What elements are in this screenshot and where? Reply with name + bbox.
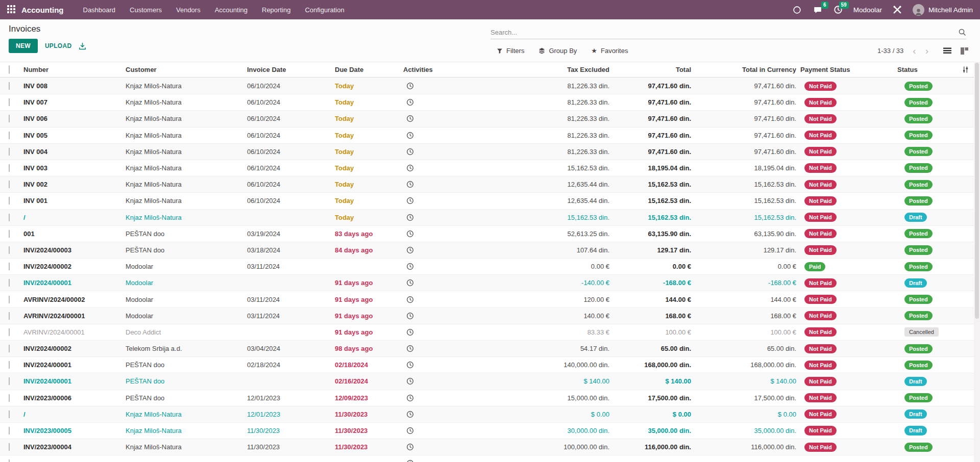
row-checkbox[interactable] [0, 296, 20, 303]
menu-customers[interactable]: Customers [124, 2, 168, 18]
favorites-button[interactable]: ★ Favorites [591, 47, 628, 55]
table-row[interactable]: INV 005Knjaz Miloš-Natura06/10/2024Today… [0, 127, 974, 144]
table-row[interactable]: INV/2024/00003PEŠTAN doo03/18/202484 day… [0, 242, 974, 259]
menu-reporting[interactable]: Reporting [256, 2, 297, 18]
row-checkbox[interactable] [0, 98, 20, 106]
table-row[interactable]: /Knjaz Miloš-Natura12/01/202311/30/2023$… [0, 406, 974, 423]
activity-button[interactable] [400, 214, 505, 221]
filters-button[interactable]: Filters [497, 47, 524, 55]
row-checkbox[interactable] [0, 394, 20, 402]
table-row[interactable]: AVRINV/2024/00001Modoolar03/11/202491 da… [0, 308, 974, 324]
row-checkbox[interactable] [0, 164, 20, 172]
row-checkbox[interactable] [0, 410, 20, 418]
column-header-due_date[interactable]: Due Date [332, 66, 400, 73]
table-row[interactable]: INV/2024/00001PEŠTAN doo02/16/2024$ 140.… [0, 373, 974, 390]
row-checkbox[interactable] [0, 328, 20, 336]
table-row[interactable]: INV/2024/00001Modoolar91 days ago-140.00… [0, 275, 974, 291]
group-by-button[interactable]: Group By [538, 47, 577, 55]
row-checkbox[interactable] [0, 181, 20, 188]
column-header-tax_excluded[interactable]: Tax Excluded [505, 66, 610, 73]
column-header-payment_status[interactable]: Payment Status [797, 66, 894, 73]
list-view-icon[interactable] [943, 47, 952, 55]
company-switcher[interactable]: Modoolar [853, 6, 882, 14]
activity-button[interactable] [400, 132, 505, 139]
row-checkbox[interactable] [0, 82, 20, 90]
search-input[interactable]: Search... [491, 29, 517, 36]
activity-button[interactable] [400, 443, 505, 451]
row-checkbox[interactable] [0, 377, 20, 385]
activity-button[interactable] [400, 377, 505, 385]
pager-next-icon[interactable]: › [923, 46, 930, 56]
activity-button[interactable] [400, 230, 505, 238]
table-row[interactable]: /Knjaz Miloš-NaturaToday15,162.53 din.15… [0, 210, 974, 226]
row-checkbox[interactable] [0, 263, 20, 270]
search-bar[interactable]: Search... [491, 25, 966, 39]
vertical-scrollbar[interactable] [974, 62, 980, 462]
activity-button[interactable] [400, 164, 505, 172]
activity-button[interactable] [400, 296, 505, 303]
activity-button[interactable] [400, 361, 505, 369]
tools-icon[interactable] [892, 5, 902, 15]
menu-dashboard[interactable]: Dashboard [77, 2, 122, 18]
column-header-invoice_date[interactable]: Invoice Date [244, 66, 332, 73]
column-header-gear[interactable] [953, 66, 974, 73]
activity-button[interactable] [400, 312, 505, 320]
row-checkbox[interactable] [0, 246, 20, 254]
column-header-number[interactable]: Number [20, 66, 122, 73]
activity-button[interactable] [400, 98, 505, 106]
table-row[interactable]: INV 004Knjaz Miloš-Natura06/10/2024Today… [0, 144, 974, 160]
row-checkbox[interactable] [0, 345, 20, 352]
activity-button[interactable] [400, 148, 505, 156]
column-header-total[interactable]: Total [610, 66, 692, 73]
table-row[interactable]: INV/2023/00006PEŠTAN doo12/01/202312/09/… [0, 390, 974, 406]
activity-button[interactable] [400, 197, 505, 204]
scrollbar-thumb[interactable] [975, 63, 979, 319]
table-row[interactable]: AVRINV/2024/00001Deco Addict91 days ago8… [0, 324, 974, 341]
row-checkbox[interactable] [0, 230, 20, 238]
activity-button[interactable] [400, 328, 505, 336]
row-checkbox[interactable] [0, 214, 20, 221]
table-row-partial[interactable] [0, 455, 974, 462]
column-header-total_in_currency[interactable]: Total in Currency [692, 66, 797, 73]
row-checkbox[interactable] [0, 279, 20, 287]
row-checkbox[interactable] [0, 197, 20, 204]
row-checkbox[interactable] [0, 115, 20, 122]
pager-previous-icon[interactable]: ‹ [911, 46, 918, 56]
activity-button[interactable] [400, 427, 505, 434]
row-checkbox[interactable] [0, 148, 20, 156]
table-row[interactable]: INV/2024/00002Modoolar03/11/20240.00 €0.… [0, 259, 974, 275]
column-header-status[interactable]: Status [894, 66, 953, 73]
row-checkbox[interactable] [0, 443, 20, 451]
activity-button[interactable] [400, 394, 505, 402]
import-icon[interactable] [79, 42, 86, 50]
table-row[interactable]: INV 006Knjaz Miloš-Natura06/10/2024Today… [0, 111, 974, 127]
table-row[interactable]: AVRINV/2024/00002Modoolar03/11/202491 da… [0, 291, 974, 307]
table-row[interactable]: 001PEŠTAN doo03/19/202483 days ago52,613… [0, 226, 974, 242]
upload-button[interactable]: UPLOAD [45, 42, 71, 49]
table-row[interactable]: INV 002Knjaz Miloš-Natura06/10/2024Today… [0, 176, 974, 193]
activity-button[interactable] [400, 181, 505, 188]
app-title[interactable]: Accounting [21, 6, 64, 14]
user-menu[interactable]: Mitchell Admin [913, 4, 973, 16]
table-row[interactable]: INV/2024/00002Telekom Srbija a.d.03/04/2… [0, 341, 974, 357]
table-row[interactable]: INV 003Knjaz Miloš-Natura06/10/2024Today… [0, 160, 974, 176]
search-icon[interactable] [958, 28, 966, 36]
activity-button[interactable] [400, 82, 505, 90]
column-header-customer[interactable]: Customer [122, 66, 244, 73]
table-row[interactable]: INV 007Knjaz Miloš-Natura06/10/2024Today… [0, 94, 974, 111]
table-row[interactable]: INV 008Knjaz Miloš-Natura06/10/2024Today… [0, 78, 974, 94]
row-checkbox[interactable] [0, 312, 20, 320]
kanban-view-icon[interactable] [960, 47, 969, 55]
activity-button[interactable] [400, 115, 505, 122]
messages-icon[interactable]: 6 [813, 5, 823, 15]
activity-button[interactable] [400, 263, 505, 270]
table-row[interactable]: INV/2023/00005Knjaz Miloš-Natura11/30/20… [0, 423, 974, 439]
row-checkbox[interactable] [0, 427, 20, 434]
activity-button[interactable] [400, 246, 505, 254]
table-row[interactable]: INV 001Knjaz Miloš-Natura06/10/2024Today… [0, 193, 974, 209]
activity-button[interactable] [400, 345, 505, 352]
activity-button[interactable] [400, 410, 505, 418]
new-button[interactable]: NEW [9, 39, 38, 53]
table-row[interactable]: INV/2023/00004Knjaz Miloš-Natura11/30/20… [0, 439, 974, 455]
apps-grid-icon[interactable] [7, 5, 16, 14]
